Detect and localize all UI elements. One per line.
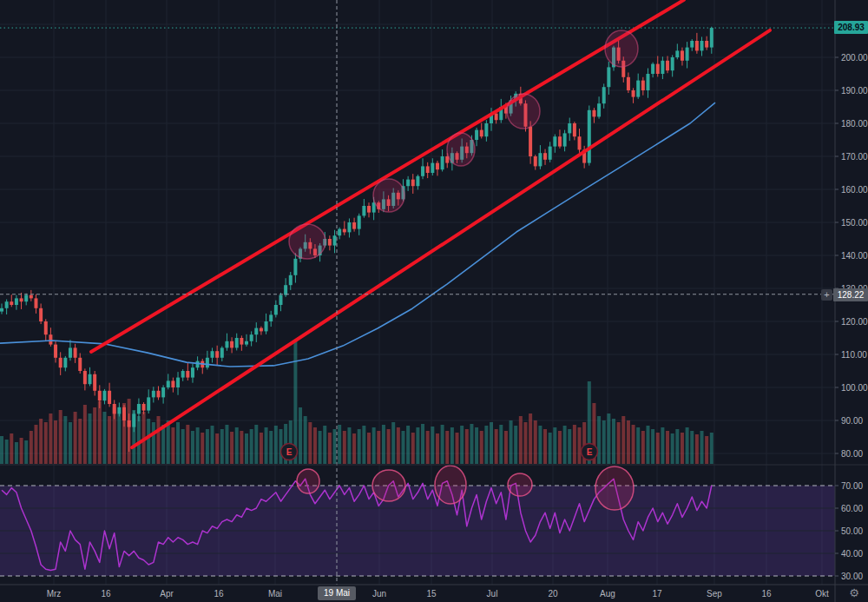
volume-bar — [54, 420, 57, 464]
candle-body — [284, 285, 287, 294]
candle-body — [563, 133, 567, 146]
highlight-circle[interactable] — [447, 133, 475, 166]
price-axis-label: 170.00 — [841, 152, 868, 162]
candle-body — [117, 407, 121, 414]
volume-bar — [480, 431, 483, 464]
volume-bar — [504, 431, 508, 464]
time-axis[interactable]: Mrz16Apr16MaiJun15Jul20Aug17Sep16Okt — [47, 589, 829, 599]
main-chart-canvas[interactable]: EE210.00200.00190.00180.00170.00160.0015… — [0, 0, 868, 602]
volume-bar — [431, 427, 434, 464]
add-alert-plus-button[interactable]: + — [821, 289, 832, 301]
candle-body — [230, 341, 233, 348]
volume-bar — [382, 425, 385, 464]
volume-bar — [245, 433, 248, 464]
volume-bar — [230, 432, 233, 464]
rsi-axis-label: 70.00 — [841, 481, 863, 491]
volume-bar — [299, 407, 302, 464]
candle-body — [63, 358, 67, 367]
volume-bar — [411, 433, 415, 464]
candle-body — [83, 371, 87, 384]
volume-bar — [646, 426, 649, 464]
volume-bar — [167, 420, 170, 464]
highlight-circle[interactable] — [289, 224, 326, 259]
candle-body — [269, 314, 273, 321]
crosshair-date-badge: 19 Mai '20 — [318, 586, 356, 600]
volume-bar — [377, 431, 380, 464]
volume-bar — [490, 422, 493, 464]
volume-bar — [681, 433, 684, 464]
candle-body — [367, 206, 371, 213]
candle-body — [705, 41, 708, 48]
volume-bar — [675, 429, 679, 464]
candle-body — [421, 166, 424, 175]
candle-body — [93, 374, 96, 391]
time-axis-label: Aug — [600, 589, 615, 599]
price-axis-label: 120.00 — [841, 317, 868, 327]
candle-body — [641, 81, 645, 90]
candle-body — [39, 308, 43, 321]
volume-bar — [573, 425, 576, 464]
highlight-circle[interactable] — [373, 179, 404, 212]
volume-bar — [602, 420, 606, 464]
candle-body — [122, 407, 126, 420]
highlight-circle[interactable] — [372, 470, 405, 501]
volume-bar — [220, 429, 224, 464]
volume-bar — [69, 422, 72, 464]
volume-bar — [347, 427, 351, 464]
candle-body — [681, 50, 684, 60]
candle-body — [279, 295, 282, 305]
candle-body — [211, 351, 214, 358]
rsi-axis-label: 30.00 — [841, 572, 863, 581]
candle-body — [167, 380, 170, 387]
volume-bar — [5, 440, 9, 464]
candle-body — [602, 87, 606, 103]
trend-line[interactable] — [132, 30, 770, 447]
candle-body — [416, 176, 419, 186]
candle-body — [78, 358, 82, 371]
time-axis-label: 16 — [101, 589, 111, 599]
candle-body — [59, 358, 62, 367]
volume-bar — [621, 416, 625, 464]
trend-line[interactable] — [91, 0, 684, 352]
volume-bar — [666, 431, 669, 464]
volume-bar — [49, 413, 52, 464]
candle-body — [529, 127, 532, 156]
volume-bar — [274, 426, 278, 464]
candle-body — [700, 41, 704, 50]
gear-icon[interactable]: ⚙ — [844, 586, 865, 600]
highlight-circle[interactable] — [297, 469, 319, 493]
volume-bar — [549, 433, 552, 464]
volume-bar — [323, 426, 326, 464]
candle-body — [250, 334, 253, 341]
volume-bar — [24, 440, 28, 464]
highlight-circle[interactable] — [508, 473, 532, 496]
candle-body — [186, 371, 189, 378]
candle-body — [98, 391, 102, 400]
volume-bar — [44, 422, 48, 464]
volume-bar — [475, 427, 478, 464]
highlight-circle[interactable] — [435, 466, 466, 504]
earnings-marker-label: E — [286, 447, 293, 457]
time-axis-label: Apr — [160, 589, 174, 599]
volume-bar — [89, 413, 92, 464]
candle-body — [102, 391, 106, 400]
candle-body — [15, 298, 18, 305]
candle-body — [627, 77, 630, 90]
candle-body — [607, 67, 610, 87]
time-axis-label: 15 — [426, 589, 437, 599]
volume-bar — [333, 429, 337, 464]
candle-body — [675, 50, 679, 57]
highlight-circle[interactable] — [507, 94, 540, 129]
candle-body — [553, 136, 556, 146]
volume-bar — [421, 424, 424, 464]
time-axis-label: 16 — [214, 589, 224, 599]
candle-body — [690, 41, 694, 48]
highlight-circle[interactable] — [595, 466, 634, 510]
candle-body — [568, 123, 571, 133]
candle-body — [362, 206, 365, 215]
volume-bar — [597, 416, 601, 464]
volume-bar — [441, 425, 444, 464]
candle-body — [333, 235, 337, 245]
highlight-circle[interactable] — [605, 30, 638, 67]
candle-body — [480, 130, 483, 137]
